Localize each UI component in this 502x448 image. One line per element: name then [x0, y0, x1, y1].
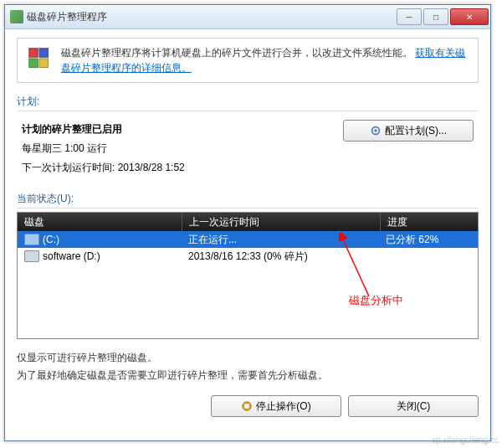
configure-schedule-button[interactable]: 配置计划(S)... — [343, 120, 474, 142]
annotation-label: 磁盘分析中 — [349, 293, 403, 308]
footer-buttons: 停止操作(O) 关闭(C) — [17, 395, 479, 417]
divider — [17, 111, 479, 111]
schedule-title: 计划的碎片整理已启用 — [22, 120, 343, 139]
svg-rect-2 — [29, 59, 38, 68]
svg-rect-3 — [39, 59, 49, 68]
stop-icon — [241, 400, 253, 412]
disk-table[interactable]: 磁盘 上一次运行时间 进度 (C:) 正在运行... 已分析 62% softw… — [17, 212, 479, 339]
app-icon — [10, 10, 23, 23]
status-label: 当前状态(U): — [17, 192, 479, 206]
window-title: 磁盘碎片整理程序 — [27, 10, 395, 24]
gear-icon — [370, 125, 382, 136]
banner-text: 磁盘碎片整理程序将计算机硬盘上的碎片文件进行合并，以改进文件系统性能。 获取有关… — [61, 45, 469, 75]
close-button-footer[interactable]: 关闭(C) — [348, 395, 479, 417]
schedule-label: 计划: — [17, 95, 479, 109]
table-header: 磁盘 上一次运行时间 进度 — [18, 213, 478, 231]
content-area: 磁盘碎片整理程序将计算机硬盘上的碎片文件进行合并，以改进文件系统性能。 获取有关… — [5, 29, 490, 425]
schedule-text: 计划的碎片整理已启用 每星期三 1:00 运行 下一次计划运行时间: 2013/… — [22, 120, 343, 177]
footer-note: 仅显示可进行碎片整理的磁盘。 为了最好地确定磁盘是否需要立即进行碎片整理，需要首… — [17, 349, 479, 384]
col-last-run[interactable]: 上一次运行时间 — [182, 213, 381, 231]
divider — [17, 208, 479, 209]
table-row[interactable]: software (D:) 2013/8/16 12:33 (0% 碎片) — [18, 248, 478, 265]
col-progress[interactable]: 进度 — [381, 213, 478, 231]
minimize-button[interactable]: ─ — [397, 8, 422, 25]
maximize-button[interactable]: □ — [423, 8, 448, 25]
schedule-line2: 下一次计划运行时间: 2013/8/28 1:52 — [22, 158, 343, 178]
close-button[interactable]: ✕ — [450, 8, 489, 25]
info-banner: 磁盘碎片整理程序将计算机硬盘上的碎片文件进行合并，以改进文件系统性能。 获取有关… — [17, 38, 479, 83]
svg-rect-1 — [39, 49, 49, 58]
table-row[interactable]: (C:) 正在运行... 已分析 62% — [18, 231, 478, 248]
svg-point-5 — [374, 129, 377, 132]
titlebar[interactable]: 磁盘碎片整理程序 ─ □ ✕ — [5, 5, 490, 29]
col-disk[interactable]: 磁盘 — [18, 213, 182, 231]
schedule-row: 计划的碎片整理已启用 每星期三 1:00 运行 下一次计划运行时间: 2013/… — [17, 120, 479, 177]
svg-rect-0 — [29, 49, 38, 58]
svg-rect-8 — [245, 404, 249, 409]
drive-icon — [24, 234, 39, 245]
window-frame: 磁盘碎片整理程序 ─ □ ✕ 磁盘碎片整理程序将计算机硬盘上的碎片文件进行合并，… — [4, 4, 491, 441]
stop-button[interactable]: 停止操作(O) — [211, 395, 341, 417]
drive-icon — [24, 250, 39, 262]
defrag-icon — [26, 45, 53, 72]
window-controls: ─ □ ✕ — [395, 8, 489, 25]
schedule-line1: 每星期三 1:00 运行 — [22, 139, 343, 158]
